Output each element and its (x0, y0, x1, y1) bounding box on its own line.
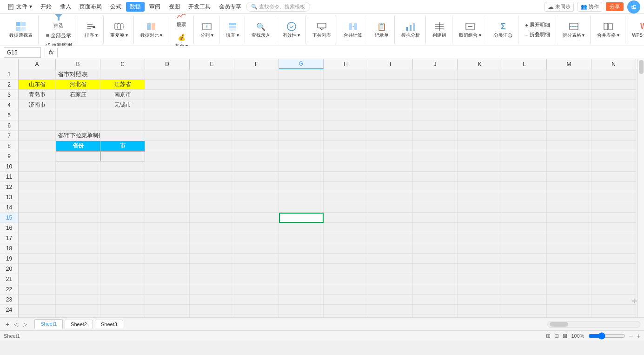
cell-k8[interactable] (458, 141, 502, 151)
cell-a4[interactable]: 济南市 (19, 100, 56, 110)
cell-d7[interactable] (145, 131, 190, 141)
duplicates-button[interactable]: 重复项 ▾ (107, 20, 131, 40)
cell-b7[interactable]: 省/市下拉菜单制作 (56, 131, 100, 141)
split-table-button[interactable]: 拆分表格 ▾ (560, 20, 588, 40)
row-header-8[interactable]: 8 (0, 141, 19, 151)
cell-j6[interactable] (413, 121, 458, 131)
cell-g1[interactable] (279, 69, 324, 80)
create-group-button[interactable]: 创建组 (430, 20, 449, 40)
row-header-5[interactable]: 5 (0, 110, 19, 121)
formula-input[interactable] (61, 47, 640, 58)
cell-l9[interactable] (502, 151, 547, 161)
sync-button[interactable]: ☁ 未同步 (544, 2, 574, 12)
cell-j9[interactable] (413, 151, 458, 161)
cell-m4[interactable] (547, 100, 591, 110)
cell-h6[interactable] (324, 121, 368, 131)
menu-home[interactable]: 开始 (37, 2, 55, 12)
sheet-tab-2[interactable]: Sheet2 (65, 320, 93, 328)
cell-l8[interactable] (502, 141, 547, 151)
validity-button[interactable]: 有效性 ▾ (280, 20, 303, 40)
cell-g3[interactable] (279, 90, 324, 100)
simulation-button[interactable]: 模拟分析 (398, 20, 423, 40)
row-header-19[interactable]: 19 (0, 254, 19, 264)
cell-e7[interactable] (190, 131, 234, 141)
cell-g9[interactable] (279, 151, 324, 161)
cell-g6[interactable] (279, 121, 324, 131)
col-header-n[interactable]: N (591, 59, 636, 69)
compare-button[interactable]: 数据对比 ▾ (138, 20, 166, 40)
corner-cell[interactable] (0, 59, 19, 69)
cell-d1[interactable] (145, 69, 190, 80)
cell-n8[interactable] (591, 141, 636, 151)
cell-h7[interactable] (324, 131, 368, 141)
cell-a9[interactable] (19, 151, 56, 161)
cell-d3[interactable] (145, 90, 190, 100)
expand-button[interactable]: + 展开明细 (522, 20, 552, 29)
cell-e9[interactable] (190, 151, 234, 161)
row-header-7[interactable]: 7 (0, 131, 19, 141)
cell-e5[interactable] (190, 110, 234, 121)
menu-formula[interactable]: 公式 (106, 2, 125, 12)
cell-l7[interactable] (502, 131, 547, 141)
cell-i8[interactable] (368, 141, 413, 151)
cell-j4[interactable] (413, 100, 458, 110)
cell-b4[interactable] (56, 100, 100, 110)
row-header-1[interactable]: 1 (0, 69, 19, 80)
cell-e6[interactable] (190, 121, 234, 131)
row-header-21[interactable]: 21 (0, 274, 19, 284)
cell-b8[interactable]: 省份 (56, 141, 100, 151)
cell-h2[interactable] (324, 80, 368, 90)
cell-f4[interactable] (234, 100, 279, 110)
menu-review[interactable]: 审阅 (146, 2, 164, 12)
share-button[interactable]: 分享 (606, 2, 624, 11)
cell-j2[interactable] (413, 80, 458, 90)
cell-k4[interactable] (458, 100, 502, 110)
menu-member[interactable]: 会员专享 (215, 2, 245, 12)
row-header-4[interactable]: 4 (0, 100, 19, 110)
sheet-tab-1[interactable]: Sheet1 (34, 319, 63, 329)
menu-insert[interactable]: 插入 (56, 2, 75, 12)
cell-c2[interactable]: 江苏省 (100, 80, 145, 90)
cell-g8[interactable] (279, 141, 324, 151)
cell-i5[interactable] (368, 110, 413, 121)
col-header-e[interactable]: E (190, 59, 234, 69)
findinput-button[interactable]: 🔍 查找录入 (249, 20, 273, 40)
h-scroll-thumb[interactable] (550, 322, 568, 327)
cell-c5[interactable] (100, 110, 145, 121)
cell-d5[interactable] (145, 110, 190, 121)
col-header-c[interactable]: C (100, 59, 145, 69)
split-button[interactable]: 分列 ▾ (198, 20, 216, 40)
cell-h4[interactable] (324, 100, 368, 110)
cell-n5[interactable] (591, 110, 636, 121)
wps-button[interactable]: W WPS文字 ▾ (629, 20, 644, 40)
cell-a1[interactable] (19, 69, 56, 80)
cell-j7[interactable] (413, 131, 458, 141)
row-header-6[interactable]: 6 (0, 121, 19, 131)
page-layout-button[interactable]: ⊟ (554, 333, 559, 339)
cell-b6[interactable] (56, 121, 100, 131)
col-header-h[interactable]: H (324, 59, 368, 69)
sheet-tab-3[interactable]: Sheet3 (95, 320, 123, 328)
record-button[interactable]: 📋 记录单 (372, 20, 392, 40)
col-header-k[interactable]: K (458, 59, 502, 69)
row-header-24[interactable]: 24 (0, 305, 19, 315)
vertical-scrollbar[interactable] (637, 59, 644, 317)
cell-c7[interactable] (100, 131, 145, 141)
cell-c4[interactable]: 无锡市 (100, 100, 145, 110)
cell-m2[interactable] (547, 80, 591, 90)
cell-b5[interactable] (56, 110, 100, 121)
row-header-14[interactable]: 14 (0, 202, 19, 213)
cell-l2[interactable] (502, 80, 547, 90)
cell-d6[interactable] (145, 121, 190, 131)
row-header-16[interactable]: 16 (0, 223, 19, 233)
cell-a7[interactable] (19, 131, 56, 141)
dropdown-list-button[interactable]: 下拉列表 (310, 20, 334, 40)
cell-k7[interactable] (458, 131, 502, 141)
cell-l1[interactable] (502, 69, 547, 80)
row-header-10[interactable]: 10 (0, 161, 19, 172)
cell-a8[interactable] (19, 141, 56, 151)
collapse-button[interactable]: − 折叠明细 (522, 30, 552, 39)
cell-i4[interactable] (368, 100, 413, 110)
cell-e8[interactable] (190, 141, 234, 151)
cell-reference-box[interactable]: G15 (4, 47, 41, 58)
